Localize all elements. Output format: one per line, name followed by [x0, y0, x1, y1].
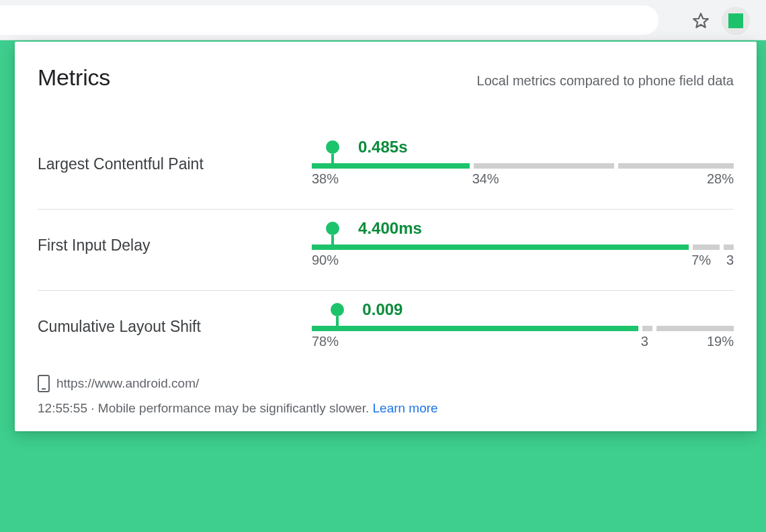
popup-footer: https://www.android.com/ 12:55:55 · Mobi… — [38, 374, 734, 418]
segment-label: 3 — [641, 334, 648, 349]
footer-separator: · — [87, 401, 98, 415]
popup-subtitle: Local metrics compared to phone field da… — [477, 73, 734, 89]
distribution-segment — [656, 326, 734, 331]
distribution-segment — [642, 326, 652, 331]
segment-label: 78% — [312, 334, 339, 349]
segment-label: 19% — [707, 334, 734, 349]
extension-status-icon — [728, 13, 743, 28]
distribution-track — [312, 163, 734, 169]
metric-chart: 0.00978%319% — [312, 298, 734, 355]
segment-label: 34% — [472, 171, 499, 187]
learn-more-link[interactable]: Learn more — [373, 401, 438, 415]
metric-value: 0.009 — [362, 300, 402, 319]
popup-header: Metrics Local metrics compared to phone … — [38, 64, 734, 91]
footer-warning: Mobile performance may be significantly … — [98, 401, 369, 415]
local-marker-icon — [326, 140, 339, 154]
extension-badge[interactable] — [722, 7, 750, 35]
omnibox[interactable] — [0, 5, 658, 35]
metric-name: Cumulative Layout Shift — [38, 318, 312, 336]
segment-label: 3 — [726, 253, 734, 268]
browser-toolbar — [0, 0, 766, 40]
phone-icon — [38, 375, 50, 392]
metric-value: 4.400ms — [358, 219, 422, 238]
svg-marker-0 — [693, 13, 708, 28]
distribution-segment — [474, 163, 615, 169]
distribution-segment — [618, 163, 734, 169]
distribution-segment — [312, 245, 689, 250]
metric-value: 0.485s — [358, 138, 407, 157]
metric-row: Largest Contentful Paint0.485s38%34%28% — [38, 128, 734, 210]
local-marker-icon — [331, 303, 344, 316]
distribution-track — [312, 245, 734, 250]
local-marker-icon — [326, 222, 339, 235]
distribution-segment — [724, 245, 734, 250]
distribution-segment — [693, 245, 720, 250]
footer-timestamp: 12:55:55 — [38, 401, 87, 415]
metric-row: Cumulative Layout Shift0.00978%319% — [38, 291, 734, 358]
popup-title: Metrics — [38, 64, 110, 91]
segment-label: 7% — [691, 253, 711, 268]
metric-name: Largest Contentful Paint — [38, 155, 312, 173]
bookmark-star-icon[interactable] — [692, 12, 710, 30]
distribution-segment — [312, 326, 638, 331]
segment-labels: 38%34%28% — [312, 171, 734, 189]
metric-row: First Input Delay4.400ms90%7%3 — [38, 210, 734, 291]
metric-name: First Input Delay — [38, 236, 312, 255]
metric-chart: 4.400ms90%7%3 — [312, 216, 734, 274]
segment-label: 38% — [312, 171, 339, 187]
distribution-track — [312, 326, 734, 331]
segment-labels: 78%319% — [312, 334, 734, 351]
footer-url: https://www.android.com/ — [56, 374, 199, 394]
web-vitals-popup: Metrics Local metrics compared to phone … — [15, 42, 757, 431]
distribution-segment — [312, 163, 470, 169]
segment-labels: 90%7%3 — [312, 253, 734, 270]
segment-label: 28% — [707, 171, 734, 187]
metric-chart: 0.485s38%34%28% — [312, 135, 734, 193]
segment-label: 90% — [312, 253, 339, 268]
